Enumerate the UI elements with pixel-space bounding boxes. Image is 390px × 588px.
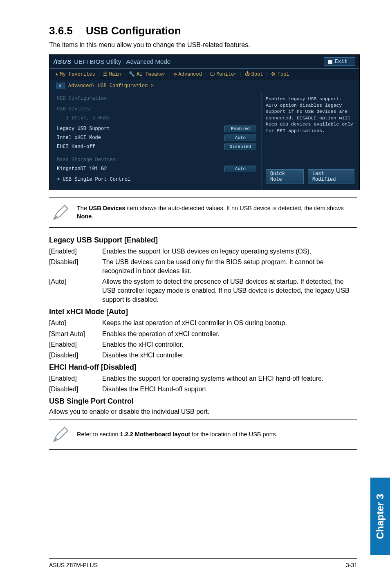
item-legacy-usb[interactable]: Legacy USB Support	[57, 126, 224, 132]
tab-ai-tweaker[interactable]: 🔧 Ai Tweaker	[129, 71, 166, 77]
note-text: Refer to section 1.2.2 Motherboard layou…	[77, 431, 278, 439]
item-xhci-mode[interactable]: Intel xHCI Mode	[57, 135, 224, 141]
footer-right: 3-31	[346, 562, 357, 568]
boot-icon: ⏻	[245, 71, 250, 77]
bios-tab-bar: ★My Favorites | ☰ Main | 🔧 Ai Tweaker | …	[49, 69, 359, 80]
tab-monitor[interactable]: 🖵 Monitor	[210, 71, 237, 77]
legacy-row: [Disabled]The USB devices can be used on…	[49, 258, 357, 276]
value-xhci-mode[interactable]: Auto	[224, 135, 256, 141]
legacy-row: [Auto]Allows the system to detect the pr…	[49, 277, 357, 304]
bios-help-pane: Enables Legacy USB support. AUTO option …	[261, 92, 359, 190]
mass-storage-heading: Mass Storage Devices:	[57, 157, 256, 163]
bios-screenshot: /ISUS UEFI BIOS Utility - Advanced Mode …	[49, 54, 360, 190]
bios-brand: /ISUS UEFI BIOS Utility - Advanced Mode	[54, 58, 170, 65]
usb-devices-value: 1 Drive, 2 Hubs	[66, 115, 256, 121]
last-modified-button[interactable]: Last Modified	[308, 169, 354, 184]
exit-button[interactable]: Exit	[324, 57, 355, 66]
bios-title-text: UEFI BIOS Utility - Advanced Mode	[74, 58, 170, 65]
wrench-icon: 🔧	[129, 71, 135, 77]
heading-legacy-usb: Legacy USB Support [Enabled]	[49, 236, 357, 245]
help-text: Enables Legacy USB support. AUTO option …	[266, 96, 354, 134]
footer-left: ASUS Z87M-PLUS	[49, 562, 98, 568]
brand-logo: /ISUS	[54, 58, 72, 65]
list-icon: ☰	[103, 71, 108, 77]
exit-label: Exit	[335, 58, 347, 65]
advanced-icon: ⚙	[174, 71, 177, 77]
bios-breadcrumb: Advanced\ USB Configuration >	[49, 80, 359, 92]
chapter-tab-label: Chapter 3	[374, 494, 386, 539]
xhci-row: [Enabled]Enables the xHCI controller.	[49, 340, 357, 349]
tab-boot[interactable]: ⏻ Boot	[245, 71, 263, 77]
tab-tool[interactable]: 🛠 Tool	[271, 71, 289, 77]
section-title: USB Configuration	[86, 25, 181, 37]
exit-icon	[328, 60, 332, 64]
note-motherboard-layout: Refer to section 1.2.2 Motherboard layou…	[49, 420, 357, 450]
pencil-icon	[52, 426, 69, 444]
tab-advanced[interactable]: ⚙ Advanced	[174, 71, 202, 77]
bios-titlebar: /ISUS UEFI BIOS Utility - Advanced Mode …	[49, 55, 359, 69]
usb-config-heading: USB Configuration	[57, 96, 256, 101]
item-single-port[interactable]: > USB Single Port Control	[57, 177, 256, 182]
tab-main[interactable]: ☰ Main	[103, 71, 121, 77]
heading-xhci: Intel xHCI Mode [Auto]	[49, 307, 357, 316]
ehci-row: [Enabled]Enables the support for operati…	[49, 374, 357, 383]
section-number: 3.6.5	[49, 25, 86, 37]
tool-icon: 🛠	[271, 71, 276, 77]
xhci-row: [Smart Auto]Enables the operation of xHC…	[49, 330, 357, 339]
single-port-desc: Allows you to enable or disable the indi…	[49, 408, 357, 415]
ehci-row: [Disabled]Disables the EHCI Hand-off sup…	[49, 385, 357, 394]
value-kingston[interactable]: Auto	[224, 166, 256, 172]
xhci-row: [Auto]Keeps the last operation of xHCI c…	[49, 319, 357, 328]
pencil-icon	[52, 204, 69, 222]
value-legacy-usb[interactable]: Enabled	[224, 126, 256, 132]
usb-devices-label: USB Devices:	[57, 106, 256, 112]
monitor-icon: 🖵	[210, 71, 215, 77]
tab-favorites[interactable]: ★My Favorites	[55, 71, 95, 77]
note-usb-devices: The USB Devices item shows the auto-dete…	[49, 197, 357, 228]
star-icon: ★	[55, 71, 58, 77]
breadcrumb-text: Advanced\ USB Configuration >	[68, 83, 154, 89]
section-heading: 3.6.5USB Configuration	[49, 25, 357, 37]
page-footer: ASUS Z87M-PLUS 3-31	[49, 558, 357, 568]
item-kingston[interactable]: KingstonDT 101 G2	[57, 166, 224, 172]
note-text: The USB Devices item shows the auto-dete…	[77, 204, 355, 220]
legacy-row: [Enabled]Enables the support for USB dev…	[49, 247, 357, 256]
heading-single-port: USB Single Port Control	[49, 397, 357, 406]
intro-text: The items in this menu allow you to chan…	[49, 41, 357, 49]
heading-ehci: EHCI Hand-off [Disabled]	[49, 363, 357, 372]
value-ehci-handoff[interactable]: Disabled	[224, 144, 256, 150]
chapter-tab: Chapter 3	[370, 478, 390, 555]
xhci-row: [Disabled]Disables the xHCI controller.	[49, 351, 357, 360]
item-ehci-handoff[interactable]: EHCI Hand-off	[57, 144, 224, 150]
bios-left-pane: USB Configuration USB Devices: 1 Drive, …	[49, 92, 261, 190]
quick-note-button[interactable]: Quick Note	[266, 169, 304, 184]
back-icon[interactable]	[56, 83, 65, 89]
